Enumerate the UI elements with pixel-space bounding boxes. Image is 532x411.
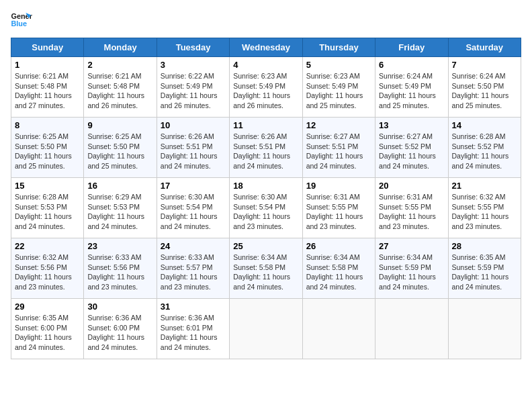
day-info: Sunrise: 6:24 AM Sunset: 5:50 PM Dayligh… [452, 71, 517, 111]
weekday-header-wednesday: Wednesday [230, 38, 302, 57]
calendar-week-1: 1 Sunrise: 6:21 AM Sunset: 5:48 PM Dayli… [11, 57, 521, 118]
calendar-cell: 20 Sunrise: 6:31 AM Sunset: 5:55 PM Dayl… [375, 178, 448, 238]
day-info: Sunrise: 6:33 AM Sunset: 5:57 PM Dayligh… [161, 253, 226, 292]
day-number: 23 [87, 241, 152, 251]
day-info: Sunrise: 6:28 AM Sunset: 5:53 PM Dayligh… [15, 192, 80, 232]
day-info: Sunrise: 6:28 AM Sunset: 5:52 PM Dayligh… [452, 132, 517, 171]
day-number: 30 [87, 302, 152, 312]
calendar-cell: 18 Sunrise: 6:30 AM Sunset: 5:54 PM Dayl… [230, 178, 302, 238]
calendar-cell: 23 Sunrise: 6:33 AM Sunset: 5:56 PM Dayl… [84, 238, 157, 299]
calendar-week-3: 15 Sunrise: 6:28 AM Sunset: 5:53 PM Dayl… [11, 178, 521, 238]
day-number: 19 [306, 181, 371, 191]
day-info: Sunrise: 6:35 AM Sunset: 6:00 PM Dayligh… [15, 313, 80, 353]
calendar-cell: 16 Sunrise: 6:29 AM Sunset: 5:53 PM Dayl… [84, 178, 157, 238]
day-number: 5 [306, 60, 371, 70]
day-number: 20 [379, 181, 444, 191]
day-info: Sunrise: 6:25 AM Sunset: 5:50 PM Dayligh… [87, 132, 152, 171]
calendar-cell: 30 Sunrise: 6:36 AM Sunset: 6:00 PM Dayl… [84, 299, 157, 359]
day-info: Sunrise: 6:31 AM Sunset: 5:55 PM Dayligh… [379, 192, 444, 232]
calendar-body: 1 Sunrise: 6:21 AM Sunset: 5:48 PM Dayli… [11, 57, 521, 359]
calendar-cell: 27 Sunrise: 6:34 AM Sunset: 5:59 PM Dayl… [375, 238, 448, 299]
calendar-cell: 14 Sunrise: 6:28 AM Sunset: 5:52 PM Dayl… [448, 118, 521, 178]
calendar-cell: 7 Sunrise: 6:24 AM Sunset: 5:50 PM Dayli… [448, 57, 521, 118]
day-info: Sunrise: 6:27 AM Sunset: 5:52 PM Dayligh… [379, 132, 444, 171]
calendar-cell: 15 Sunrise: 6:28 AM Sunset: 5:53 PM Dayl… [11, 178, 84, 238]
calendar-cell [302, 299, 375, 359]
day-number: 22 [15, 241, 80, 251]
day-info: Sunrise: 6:21 AM Sunset: 5:48 PM Dayligh… [87, 71, 152, 111]
day-number: 11 [233, 120, 298, 130]
day-info: Sunrise: 6:21 AM Sunset: 5:48 PM Dayligh… [15, 71, 80, 111]
day-number: 9 [87, 120, 152, 130]
day-number: 7 [452, 60, 517, 70]
calendar-cell: 22 Sunrise: 6:32 AM Sunset: 5:56 PM Dayl… [11, 238, 84, 299]
day-info: Sunrise: 6:34 AM Sunset: 5:58 PM Dayligh… [233, 253, 298, 292]
calendar-cell: 8 Sunrise: 6:25 AM Sunset: 5:50 PM Dayli… [11, 118, 84, 178]
calendar-cell: 12 Sunrise: 6:27 AM Sunset: 5:51 PM Dayl… [302, 118, 375, 178]
calendar-table: SundayMondayTuesdayWednesdayThursdayFrid… [11, 38, 521, 359]
day-number: 16 [87, 181, 152, 191]
day-number: 28 [452, 241, 517, 251]
calendar-cell: 10 Sunrise: 6:26 AM Sunset: 5:51 PM Dayl… [157, 118, 229, 178]
calendar-cell: 28 Sunrise: 6:35 AM Sunset: 5:59 PM Dayl… [448, 238, 521, 299]
day-number: 13 [379, 120, 444, 130]
day-info: Sunrise: 6:33 AM Sunset: 5:56 PM Dayligh… [87, 253, 152, 292]
logo-icon: General Blue [11, 11, 32, 30]
calendar-cell [230, 299, 302, 359]
day-number: 3 [161, 60, 226, 70]
calendar-cell: 31 Sunrise: 6:36 AM Sunset: 6:01 PM Dayl… [157, 299, 229, 359]
day-info: Sunrise: 6:32 AM Sunset: 5:56 PM Dayligh… [15, 253, 80, 292]
day-info: Sunrise: 6:22 AM Sunset: 5:49 PM Dayligh… [161, 71, 226, 111]
logo: General Blue [11, 11, 35, 30]
calendar-cell: 5 Sunrise: 6:23 AM Sunset: 5:49 PM Dayli… [302, 57, 375, 118]
day-number: 1 [15, 60, 80, 70]
day-info: Sunrise: 6:30 AM Sunset: 5:54 PM Dayligh… [233, 192, 298, 232]
calendar-cell: 2 Sunrise: 6:21 AM Sunset: 5:48 PM Dayli… [84, 57, 157, 118]
day-number: 27 [379, 241, 444, 251]
calendar-header-row: SundayMondayTuesdayWednesdayThursdayFrid… [11, 38, 521, 57]
day-number: 8 [15, 120, 80, 130]
svg-text:Blue: Blue [11, 19, 27, 28]
day-info: Sunrise: 6:24 AM Sunset: 5:49 PM Dayligh… [379, 71, 444, 111]
calendar-cell: 11 Sunrise: 6:26 AM Sunset: 5:51 PM Dayl… [230, 118, 302, 178]
day-info: Sunrise: 6:36 AM Sunset: 6:01 PM Dayligh… [161, 313, 226, 353]
weekday-header-saturday: Saturday [448, 38, 521, 57]
calendar-cell: 3 Sunrise: 6:22 AM Sunset: 5:49 PM Dayli… [157, 57, 229, 118]
calendar-cell: 13 Sunrise: 6:27 AM Sunset: 5:52 PM Dayl… [375, 118, 448, 178]
day-info: Sunrise: 6:29 AM Sunset: 5:53 PM Dayligh… [87, 192, 152, 232]
calendar-cell: 9 Sunrise: 6:25 AM Sunset: 5:50 PM Dayli… [84, 118, 157, 178]
calendar-cell [448, 299, 521, 359]
day-number: 17 [161, 181, 226, 191]
day-number: 14 [452, 120, 517, 130]
day-info: Sunrise: 6:23 AM Sunset: 5:49 PM Dayligh… [233, 71, 298, 111]
day-number: 24 [161, 241, 226, 251]
day-number: 18 [233, 181, 298, 191]
calendar-cell: 1 Sunrise: 6:21 AM Sunset: 5:48 PM Dayli… [11, 57, 84, 118]
calendar-cell: 29 Sunrise: 6:35 AM Sunset: 6:00 PM Dayl… [11, 299, 84, 359]
day-number: 10 [161, 120, 226, 130]
day-number: 31 [161, 302, 226, 312]
calendar-cell: 19 Sunrise: 6:31 AM Sunset: 5:55 PM Dayl… [302, 178, 375, 238]
day-number: 26 [306, 241, 371, 251]
day-info: Sunrise: 6:25 AM Sunset: 5:50 PM Dayligh… [15, 132, 80, 171]
weekday-header-tuesday: Tuesday [157, 38, 229, 57]
day-info: Sunrise: 6:26 AM Sunset: 5:51 PM Dayligh… [161, 132, 226, 171]
day-info: Sunrise: 6:32 AM Sunset: 5:55 PM Dayligh… [452, 192, 517, 232]
day-number: 15 [15, 181, 80, 191]
calendar-week-5: 29 Sunrise: 6:35 AM Sunset: 6:00 PM Dayl… [11, 299, 521, 359]
calendar-cell: 17 Sunrise: 6:30 AM Sunset: 5:54 PM Dayl… [157, 178, 229, 238]
day-info: Sunrise: 6:34 AM Sunset: 5:59 PM Dayligh… [379, 253, 444, 292]
calendar-cell: 24 Sunrise: 6:33 AM Sunset: 5:57 PM Dayl… [157, 238, 229, 299]
calendar-cell: 4 Sunrise: 6:23 AM Sunset: 5:49 PM Dayli… [230, 57, 302, 118]
day-number: 2 [87, 60, 152, 70]
calendar-cell: 26 Sunrise: 6:34 AM Sunset: 5:58 PM Dayl… [302, 238, 375, 299]
weekday-header-sunday: Sunday [11, 38, 84, 57]
day-number: 6 [379, 60, 444, 70]
weekday-header-monday: Monday [84, 38, 157, 57]
day-number: 4 [233, 60, 298, 70]
calendar-cell: 21 Sunrise: 6:32 AM Sunset: 5:55 PM Dayl… [448, 178, 521, 238]
calendar-cell [375, 299, 448, 359]
weekday-header-thursday: Thursday [302, 38, 375, 57]
day-info: Sunrise: 6:30 AM Sunset: 5:54 PM Dayligh… [161, 192, 226, 232]
page-header: General Blue [11, 11, 521, 30]
